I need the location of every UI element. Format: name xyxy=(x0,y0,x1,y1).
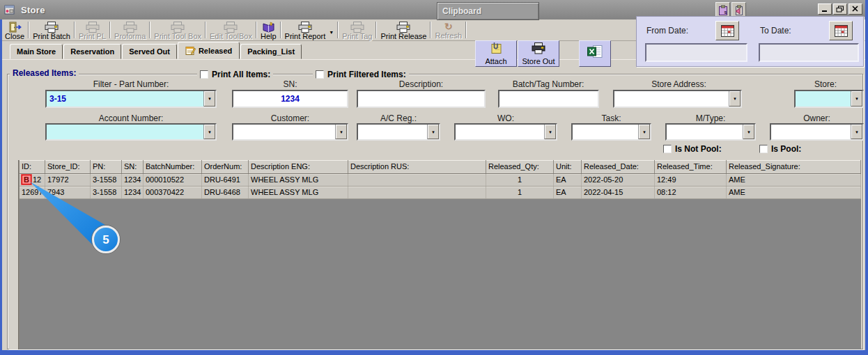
column-header-sn[interactable]: SN: xyxy=(122,160,144,173)
chevron-down-icon[interactable]: ▼ xyxy=(638,125,650,139)
chevron-down-icon[interactable]: ▼ xyxy=(729,91,741,106)
column-header-released-signature[interactable]: Released_Signature: xyxy=(727,160,861,173)
clipboard-popup[interactable]: Clipboard xyxy=(437,2,539,20)
sn-input[interactable]: 1234 xyxy=(232,90,348,108)
batch-tag-number-label: Batch/Tag Number: xyxy=(489,79,607,89)
cell-desc-rus xyxy=(348,187,486,198)
print-report-button[interactable]: Print Report ▼ xyxy=(284,20,336,40)
customer-combo[interactable]: ▼ xyxy=(232,123,348,141)
help-button[interactable]: Help xyxy=(259,20,278,40)
from-date-label: From Date: xyxy=(646,26,688,36)
owner-combo[interactable]: ▼ xyxy=(770,123,864,141)
excel-export-button[interactable] xyxy=(579,40,611,67)
app-icon xyxy=(4,5,15,15)
toolbar-separator xyxy=(465,22,467,38)
close-window-button[interactable] xyxy=(848,3,862,15)
edit-toolbox-button: Edit ToolBox xyxy=(208,20,254,40)
description-label: Description: xyxy=(357,79,486,89)
print-all-items-checkbox[interactable] xyxy=(200,70,208,79)
attach-button[interactable]: Attach xyxy=(475,40,517,67)
to-date-input[interactable] xyxy=(759,43,859,62)
toolbar-button-label: Edit ToolBox xyxy=(210,33,252,40)
store-out-printer-icon xyxy=(531,42,546,57)
cell-sn: 1234 xyxy=(122,174,144,186)
store-combo[interactable]: ▼ xyxy=(794,90,864,108)
cell-pn: 3-1558 xyxy=(91,187,122,198)
column-header-ordernum[interactable]: OrderNum: xyxy=(202,160,249,173)
chevron-down-icon[interactable]: ▼ xyxy=(544,125,556,139)
filter-part-number-combo[interactable]: 3-15 ▼ xyxy=(45,90,217,108)
notepad-pencil-icon xyxy=(185,46,196,56)
tab-main-store[interactable]: Main Store xyxy=(10,44,63,59)
column-header-description-eng[interactable]: Description ENG: xyxy=(249,160,348,173)
is-pool-checkbox[interactable] xyxy=(759,145,768,153)
cell-qty: 1 xyxy=(486,174,554,186)
cell-date: 2022-05-20 xyxy=(582,174,655,186)
attach-paperclip-icon xyxy=(489,42,503,57)
minimize-button[interactable] xyxy=(818,3,832,15)
chevron-down-icon[interactable]: ▼ xyxy=(203,125,215,139)
wo-combo[interactable]: ▼ xyxy=(454,123,557,141)
ac-reg-combo[interactable]: ▼ xyxy=(357,123,440,141)
table-row[interactable]: 12697 7943 3-1558 1234 000370422 DRU-646… xyxy=(20,187,861,199)
cell-qty: 1 xyxy=(486,187,554,198)
column-header-released-date[interactable]: Released_Date: xyxy=(582,160,655,173)
is-not-pool-checkbox[interactable] xyxy=(663,145,672,153)
column-header-released-time[interactable]: Released_Time: xyxy=(655,160,727,173)
tab-label: Released xyxy=(199,47,232,55)
print-all-items-checkbox-group: Print All Items: xyxy=(197,70,273,79)
chevron-down-icon[interactable]: ▼ xyxy=(335,125,347,139)
from-date-calendar-button[interactable] xyxy=(715,21,739,40)
chevron-down-icon[interactable]: ▼ xyxy=(851,91,862,106)
batch-flag-icon[interactable]: B xyxy=(22,175,31,184)
account-number-combo[interactable]: ▼ xyxy=(45,123,217,141)
owner-label: Owner: xyxy=(770,113,864,123)
released-items-table: ID: Store_ID: PN: SN: BatchNumber: Order… xyxy=(9,160,861,349)
print-release-button[interactable]: Print Release xyxy=(379,20,428,40)
column-header-id[interactable]: ID: xyxy=(20,160,45,173)
tab-served-out[interactable]: Served Out xyxy=(122,44,177,59)
column-header-unit[interactable]: Unit: xyxy=(554,160,582,173)
chevron-down-icon[interactable]: ▼ xyxy=(427,125,439,139)
table-row[interactable]: B12 17972 3-1558 1234 000010522 DRU-6491… xyxy=(20,174,861,187)
clipboard-popup-title: Clipboard xyxy=(442,6,481,16)
print-tool-box-button: Print Tool Box xyxy=(153,20,203,40)
print-filtered-items-checkbox[interactable] xyxy=(316,70,324,79)
column-header-batchnumber[interactable]: BatchNumber: xyxy=(144,160,202,173)
column-header-pn[interactable]: PN: xyxy=(91,160,122,173)
to-date-calendar-button[interactable] xyxy=(829,21,853,40)
cell-unit: EA xyxy=(554,174,582,186)
column-header-store-id[interactable]: Store_ID: xyxy=(45,160,91,173)
table-header-row: ID: Store_ID: PN: SN: BatchNumber: Order… xyxy=(20,160,861,174)
from-date-input[interactable] xyxy=(645,43,747,62)
tab-reservation[interactable]: Reservation xyxy=(63,44,121,59)
chevron-down-icon[interactable]: ▼ xyxy=(743,125,754,139)
store-window: Store Clipboard s Close Print Batch xyxy=(0,0,868,355)
chevron-down-icon[interactable]: ▼ xyxy=(203,91,215,106)
column-header-released-qty[interactable]: Released_Qty: xyxy=(486,160,554,173)
mtype-combo[interactable]: ▼ xyxy=(665,123,756,141)
printer-icon xyxy=(297,22,313,33)
tab-released[interactable]: Released xyxy=(178,42,240,59)
toolbar-button-label: Refresh xyxy=(435,32,462,40)
cell-unit: EA xyxy=(554,187,582,198)
store-out-button[interactable]: Store Out xyxy=(518,40,559,67)
close-button[interactable]: Close xyxy=(3,20,26,40)
column-header-description-rus[interactable]: Description RUS: xyxy=(348,160,486,173)
store-address-combo[interactable]: ▼ xyxy=(613,90,742,108)
cell-order: DRU-6468 xyxy=(202,187,249,198)
account-number-label: Account Number: xyxy=(45,113,217,123)
cell-store-id: 17972 xyxy=(45,174,91,186)
print-batch-button[interactable]: Print Batch xyxy=(31,20,72,40)
task-combo[interactable]: ▼ xyxy=(571,123,651,141)
tab-packing-list[interactable]: Packing_List xyxy=(240,44,302,59)
chevron-down-icon[interactable]: ▼ xyxy=(851,125,862,139)
batch-tag-number-input[interactable] xyxy=(498,90,599,108)
toolbar-separator xyxy=(109,22,111,38)
restore-button[interactable] xyxy=(833,3,847,15)
description-input[interactable] xyxy=(357,90,486,108)
print-report-dropdown-icon[interactable]: ▼ xyxy=(329,26,334,35)
cell-pn: 3-1558 xyxy=(91,174,122,186)
ac-reg-label: A/C Reg.: xyxy=(357,113,440,123)
sn-label: SN: xyxy=(232,79,348,89)
